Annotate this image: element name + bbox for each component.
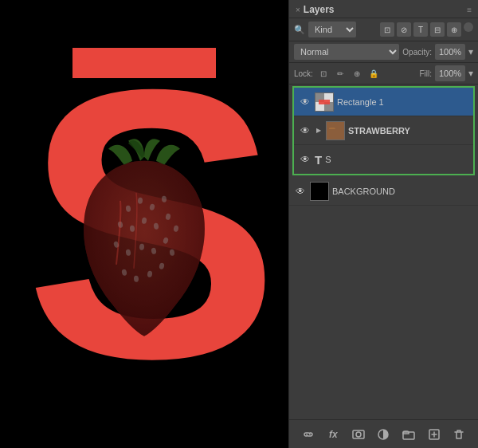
layer-visibility-eye-stext[interactable]: 👁 [299, 153, 311, 166]
opacity-chevron[interactable]: ▾ [468, 46, 473, 57]
fill-input[interactable] [435, 65, 465, 81]
filter-smart-btn[interactable]: ⊕ [447, 22, 461, 37]
lock-all-btn[interactable]: 🔒 [366, 66, 381, 81]
lock-image-btn[interactable]: ✏ [333, 66, 347, 81]
svg-point-28 [356, 432, 361, 437]
panel-menu-icon[interactable]: ≡ [467, 6, 472, 14]
filter-icons: ⊡ ⊘ T ⊟ ⊕ [380, 22, 473, 37]
layer-visibility-eye-rect1[interactable]: 👁 [299, 96, 311, 108]
layer-visibility-eye-strawberry[interactable]: 👁 [299, 124, 311, 137]
panel-title: Layers [304, 4, 335, 15]
delete-layer-button[interactable] [451, 426, 467, 442]
link-layers-button[interactable] [300, 426, 316, 442]
blend-mode-select[interactable]: Normal Multiply Screen Overlay [294, 44, 399, 60]
blend-mode-row: Normal Multiply Screen Overlay Opacity: … [289, 41, 478, 63]
filter-shape-btn[interactable]: ⊟ [430, 22, 445, 37]
filter-adjustment-btn[interactable]: ⊘ [397, 22, 411, 37]
lock-icons: ⊡ ✏ ⊕ 🔒 [316, 66, 381, 81]
layer-thumbnail-bg [310, 182, 329, 201]
kind-select[interactable]: Kind [308, 22, 356, 37]
layer-group-selection: 👁 Rectangle 1 👁 ▶ [292, 86, 475, 175]
add-adjustment-button[interactable] [375, 426, 391, 442]
layer-name-s-text: S [325, 155, 468, 164]
fx-button[interactable]: fx [325, 426, 341, 442]
red-bar [72, 48, 216, 78]
layer-item-strawberry[interactable]: 👁 ▶ STRAWBERRY [294, 116, 473, 145]
fill-chevron[interactable]: ▾ [468, 68, 473, 79]
lock-pixels-btn[interactable]: ⊡ [316, 66, 331, 81]
text-type-icon: T [315, 153, 322, 167]
layers-list[interactable]: 👁 Rectangle 1 👁 ▶ [289, 84, 478, 419]
strawberry-image [65, 137, 224, 344]
close-icon[interactable]: × [296, 6, 300, 14]
canvas-area: S [0, 0, 288, 448]
opacity-label: Opacity: [402, 48, 432, 57]
layer-thumbnail-rect1 [315, 92, 334, 112]
search-icon: 🔍 [294, 25, 305, 35]
panel-footer: fx [289, 419, 478, 448]
expand-arrow-strawberry[interactable]: ▶ [315, 127, 323, 135]
svg-rect-26 [311, 183, 328, 200]
layer-item-background[interactable]: 👁 BACKGROUND [289, 177, 478, 206]
layer-item-rectangle1[interactable]: 👁 Rectangle 1 [294, 88, 473, 116]
layers-panel: × Layers ≡ 🔍 Kind ⊡ ⊘ T ⊟ ⊕ Normal Multi… [288, 0, 478, 448]
layer-name-background: BACKGROUND [332, 187, 473, 196]
layer-item-s-text[interactable]: 👁 T S [294, 145, 473, 174]
add-mask-button[interactable] [351, 426, 366, 442]
panel-header: × Layers ≡ [289, 0, 478, 18]
lock-row: Lock: ⊡ ✏ ⊕ 🔒 Fill: ▾ [289, 63, 478, 84]
layer-name-strawberry: STRAWBERRY [348, 126, 468, 136]
opacity-input[interactable] [435, 44, 465, 60]
lock-position-btn[interactable]: ⊕ [350, 66, 364, 81]
layer-thumbnail-strawberry [326, 121, 345, 140]
lock-label: Lock: [294, 69, 313, 78]
svg-rect-24 [319, 100, 330, 104]
new-layer-button[interactable] [426, 426, 442, 442]
svg-rect-25 [329, 128, 342, 137]
group-layers-button[interactable] [401, 426, 417, 442]
filter-toggle[interactable] [464, 22, 473, 32]
layer-name-rect1: Rectangle 1 [337, 97, 468, 107]
fill-label: Fill: [419, 69, 432, 78]
filter-pixel-btn[interactable]: ⊡ [380, 22, 394, 37]
filter-row: 🔍 Kind ⊡ ⊘ T ⊟ ⊕ [289, 18, 478, 41]
filter-type-btn[interactable]: T [413, 22, 428, 37]
layer-visibility-eye-bg[interactable]: 👁 [294, 185, 307, 198]
